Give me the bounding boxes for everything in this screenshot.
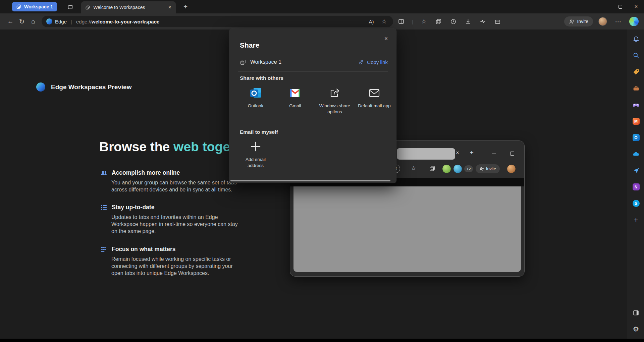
email-to-myself-label: Email to myself [240,129,278,135]
share-target-label: Windows share options [315,103,355,115]
profile-avatar[interactable] [598,17,607,26]
preview-invite-label: Invite [486,167,496,171]
share-target-label: Gmail [289,103,301,109]
invite-button[interactable]: Invite [564,16,593,26]
wallet-button[interactable] [494,17,502,25]
add-email-button[interactable]: Add email address [236,139,275,168]
sidebar-onedrive-button[interactable] [628,146,644,162]
copy-link-button[interactable]: Copy link [358,59,388,65]
close-icon: × [635,3,638,10]
settings-button[interactable]: ⚙ [628,321,644,337]
preview-invite-button: Invite [476,164,500,173]
add-email-label: Add email address [241,157,270,168]
page-brand: Edge Workspaces Preview [36,82,131,92]
address-bar[interactable]: Edge | edge://welcome-to-your-workspace … [42,16,393,27]
preview-close-icon: × [454,150,461,156]
minimize-button[interactable] [597,0,612,13]
workspace-icon [240,59,246,65]
outlook-icon [249,86,263,100]
game-controller-icon [632,101,640,109]
add-favorite-button[interactable]: ☆ [379,16,389,26]
bell-icon [633,36,640,43]
tab-welcome-to-workspaces[interactable]: Welcome to Workspaces × [81,1,176,13]
overflow-avatars-badge: +2 [464,165,473,172]
feature-item: Stay up-to-date Updates to tabs and favo… [100,204,241,235]
sidebar-skype-button[interactable]: S [628,195,644,212]
star-icon: ☆ [421,18,427,25]
tab-close-icon[interactable]: × [166,3,174,11]
site-brand-label: Edge [55,19,67,24]
sidebar-outlook-button[interactable]: O [628,129,644,146]
star-icon: ☆ [411,165,416,172]
favorites-button[interactable]: ☆ [420,17,428,25]
home-button[interactable]: ⌂ [28,16,39,27]
toolbar-icon-group: | ☆ [397,17,502,25]
share-target-gmail[interactable]: Gmail [275,86,315,115]
copilot-icon[interactable] [629,17,639,26]
windows-share-icon [328,86,342,100]
workspace-name: Workspace 1 [250,59,281,65]
sidebar-search-button[interactable] [628,47,644,64]
sidebar-toggle-button[interactable] [628,304,644,321]
feature-head: Accomplish more online [100,169,241,177]
tab-title: Welcome to Workspaces [93,5,163,10]
sidebar-shopping-button[interactable] [628,64,644,80]
dialog-horizontal-scrollbar[interactable] [230,180,390,181]
browser-essentials-button[interactable] [479,17,487,25]
share-target-label: Default mail app [358,103,391,109]
people-icon [100,169,108,177]
person-add-icon [569,19,575,24]
share-target-default-mail[interactable]: Default mail app [355,86,394,115]
feature-head: Focus on what matters [100,245,241,253]
skype-icon: S [633,200,640,207]
feature-list: Accomplish more online You and your grou… [100,169,241,277]
share-with-others-label: Share with others [240,75,283,81]
back-button[interactable]: ← [5,16,16,27]
mail-envelope-icon [367,86,381,100]
history-button[interactable] [449,17,458,25]
sidebar-add-apps-button[interactable]: + [628,212,644,228]
window-controls: × [597,0,644,13]
refresh-button[interactable]: ↻ [16,16,28,27]
tab-actions-button[interactable] [66,2,74,11]
downloads-button[interactable] [464,17,472,25]
edge-logo-icon [36,82,45,92]
split-screen-button[interactable] [397,17,405,25]
settings-more-button[interactable]: ⋯ [612,16,624,27]
onenote-icon: N [633,183,640,190]
new-tab-button[interactable]: + [180,2,191,12]
dialog-close-button[interactable]: × [381,34,391,44]
preview-divider [465,150,465,157]
refresh-icon: ↻ [19,18,24,25]
preview-content-area [293,186,521,272]
read-aloud-button[interactable]: A) [366,16,376,26]
sidebar-onenote-button[interactable]: N [628,179,644,195]
sidebar-notifications-button[interactable] [628,31,644,47]
workspace-button[interactable]: Workspace 1 [12,2,57,11]
downloads-icon [465,18,471,25]
onedrive-cloud-icon [632,151,640,158]
collections-button[interactable] [435,17,443,25]
share-target-outlook[interactable]: Outlook [236,86,275,115]
address-divider: | [71,19,72,24]
sidebar-tools-button[interactable] [628,80,644,97]
preview-tab [397,148,455,160]
edge-sidebar: M O N S + ⚙ [628,30,644,339]
maximize-button[interactable] [612,0,628,13]
workspace-button-label: Workspace 1 [24,4,53,9]
close-window-button[interactable]: × [628,0,644,13]
search-icon [633,52,640,59]
tab-actions-icon [67,4,73,10]
copy-link-label: Copy link [367,59,388,65]
url-scheme: edge:// [76,19,92,24]
workspace-icon [16,4,21,9]
sidebar-m365-button[interactable]: M [628,113,644,129]
person-add-icon [479,167,484,171]
sidebar-drop-button[interactable] [628,162,644,179]
star-icon: ☆ [381,18,387,25]
share-target-windows-share[interactable]: Windows share options [315,86,355,115]
toolbar-divider: | [412,19,413,24]
sidebar-games-button[interactable] [628,97,644,113]
preview-new-tab-icon: + [468,149,475,157]
dialog-title: Share [240,41,259,49]
